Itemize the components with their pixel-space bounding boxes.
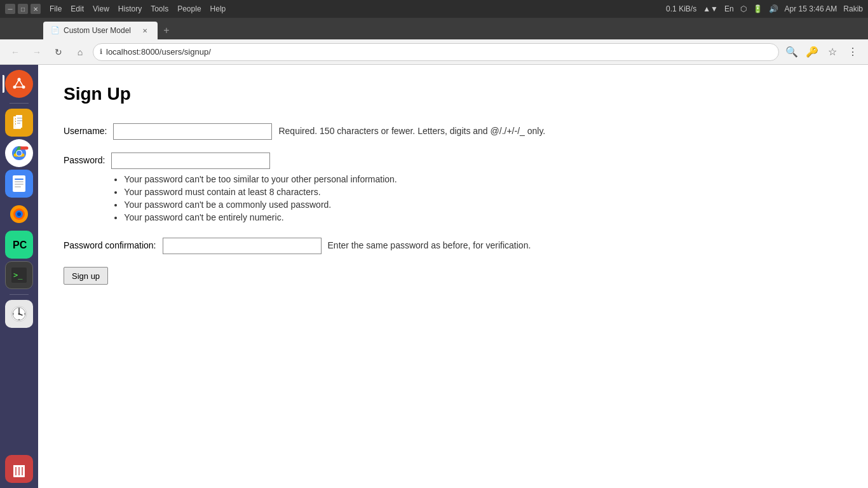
keyboard-layout: En	[724, 4, 734, 13]
sidebar-item-firefox[interactable]	[5, 200, 33, 228]
home-button[interactable]: ⌂	[71, 43, 89, 61]
password-hint-2: Your password must contain at least 8 ch…	[124, 187, 397, 197]
svg-point-27	[17, 212, 21, 216]
nav-bar: ← → ↻ ⌂ ℹ localhost:8000/users/signup/ 🔍…	[0, 39, 868, 65]
sidebar-item-clock[interactable]	[5, 300, 33, 328]
maximize-button[interactable]: □	[18, 4, 28, 14]
password-label: Password:	[64, 152, 105, 165]
menu-file[interactable]: File	[50, 4, 62, 13]
submit-row: Sign up	[64, 267, 843, 285]
sidebar-bottom	[5, 455, 33, 483]
minimize-button[interactable]: ─	[5, 4, 15, 14]
active-tab[interactable]: 📄 Custom User Model ✕	[43, 22, 158, 39]
menu-history[interactable]: History	[118, 4, 142, 13]
page-title: Sign Up	[64, 84, 843, 104]
reload-button[interactable]: ↻	[50, 43, 67, 61]
svg-point-18	[17, 151, 22, 156]
docs-icon	[11, 175, 27, 193]
datetime: Apr 15 3:46 AM	[785, 4, 837, 13]
user-name: Rakib	[843, 4, 863, 13]
username-label: Username:	[64, 123, 107, 136]
signup-button[interactable]: Sign up	[64, 267, 108, 285]
password-hints-list: Your password can't be too similar to yo…	[111, 174, 397, 222]
svg-rect-21	[15, 181, 24, 182]
password-hint-3: Your password can't be a commonly used p…	[124, 200, 397, 210]
sidebar-divider-2	[10, 294, 29, 295]
menu-view[interactable]: View	[93, 4, 109, 13]
password-confirm-input[interactable]	[163, 238, 322, 254]
svg-rect-43	[17, 461, 22, 463]
menu-people[interactable]: People	[177, 4, 201, 13]
tab-favicon: 📄	[51, 26, 60, 35]
svg-rect-20	[15, 179, 24, 180]
firefox-icon	[8, 203, 30, 225]
sidebar-divider	[10, 103, 29, 104]
sidebar-item-terminal[interactable]: >_	[5, 261, 33, 289]
sidebar-item-files[interactable]	[5, 109, 33, 137]
menu-edit[interactable]: Edit	[71, 4, 84, 13]
titlebar: ─ □ ✕ File Edit View History Tools Peopl…	[0, 0, 868, 18]
pycharm-icon: PC	[10, 236, 28, 254]
username-field-group: Username: Required. 150 characters or fe…	[64, 123, 843, 140]
password-field-group: Password: Your password can't be too sim…	[64, 152, 843, 225]
tab-bar: 📄 Custom User Model ✕ +	[0, 18, 868, 39]
password-input[interactable]	[111, 152, 270, 169]
ubuntu-icon	[10, 75, 28, 93]
svg-rect-14	[17, 123, 20, 124]
sidebar: PC >_	[0, 65, 38, 488]
svg-rect-22	[15, 184, 24, 185]
password-hints: Your password can't be too similar to yo…	[111, 174, 397, 225]
password-confirm-label: Password confirmation:	[64, 238, 156, 250]
new-tab-button[interactable]: +	[158, 22, 175, 39]
window-controls[interactable]: ─ □ ✕	[5, 4, 41, 14]
zoom-button[interactable]: 🔍	[783, 43, 801, 61]
nav-right-buttons: 🔍 🔑 ☆ ⋮	[783, 43, 862, 61]
security-icon: ℹ	[100, 48, 102, 56]
password-hint-4: Your password can't be entirely numeric.	[124, 212, 397, 222]
svg-point-36	[18, 313, 20, 315]
clock-icon	[10, 305, 28, 323]
svg-rect-42	[11, 463, 27, 465]
password-group: Your password can't be too similar to yo…	[111, 152, 397, 225]
menu-tools[interactable]: Tools	[151, 4, 168, 13]
forward-button[interactable]: →	[28, 43, 46, 61]
username-help: Required. 150 characters or fewer. Lette…	[278, 123, 545, 136]
address-bar[interactable]: ℹ localhost:8000/users/signup/	[93, 43, 779, 61]
volume-icon: 🔊	[769, 4, 778, 13]
password-confirm-help: Enter the same password as before, for v…	[328, 238, 531, 250]
sidebar-item-docs[interactable]	[5, 170, 33, 198]
tab-title: Custom User Model	[64, 26, 131, 35]
sidebar-item-pycharm[interactable]: PC	[5, 231, 33, 259]
close-button[interactable]: ✕	[31, 4, 41, 14]
terminal-icon: >_	[11, 267, 27, 283]
menu-bar[interactable]: File Edit View History Tools People Help	[50, 4, 226, 13]
svg-rect-23	[15, 186, 21, 187]
svg-rect-13	[17, 120, 22, 121]
password-confirm-group: Password confirmation: Enter the same pa…	[64, 238, 843, 254]
username-input[interactable]	[113, 123, 272, 140]
sidebar-item-trash[interactable]	[5, 455, 33, 483]
wifi-icon: ▲▼	[703, 4, 718, 13]
password-hint-1: Your password can't be too similar to yo…	[124, 174, 397, 184]
svg-text:>_: >_	[13, 271, 23, 280]
menu-button[interactable]: ⋮	[844, 43, 862, 61]
sidebar-item-ubuntu[interactable]	[5, 70, 33, 98]
network-speed: 0.1 KiB/s	[666, 4, 696, 13]
svg-rect-12	[17, 118, 22, 119]
browser-chrome: 📄 Custom User Model ✕ + ← → ↻ ⌂ ℹ localh…	[0, 18, 868, 65]
system-tray: 0.1 KiB/s ▲▼ En ⬡ 🔋 🔊 Apr 15 3:46 AM Rak…	[666, 4, 863, 13]
web-content: Sign Up Username: Required. 150 characte…	[38, 65, 868, 488]
browser-body: PC >_	[0, 65, 868, 488]
trash-icon	[11, 460, 27, 478]
bluetooth-icon: ⬡	[740, 4, 747, 13]
svg-text:PC: PC	[13, 240, 27, 250]
tab-close-button[interactable]: ✕	[140, 25, 150, 36]
power-icon: 🔋	[753, 4, 763, 13]
chrome-icon	[10, 144, 29, 163]
sidebar-item-chrome[interactable]	[5, 139, 33, 167]
bookmark-button[interactable]: ☆	[824, 43, 841, 61]
address-text: localhost:8000/users/signup/	[106, 47, 211, 57]
menu-help[interactable]: Help	[210, 4, 226, 13]
key-button[interactable]: 🔑	[803, 43, 821, 61]
back-button[interactable]: ←	[6, 43, 24, 61]
